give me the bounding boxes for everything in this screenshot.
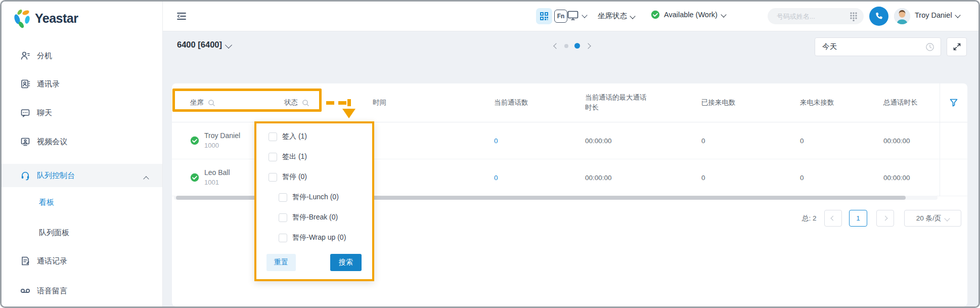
status-option-label: 签入 (1): [282, 132, 307, 141]
sidebar-item-call-logs[interactable]: 通话记录: [2, 250, 162, 272]
agent-status-label: 坐席状态: [598, 11, 627, 21]
status-option-label: 暂停-Lunch (0): [292, 193, 339, 202]
wallboard-carousel: [554, 43, 590, 49]
checkbox[interactable]: [269, 153, 277, 161]
yeastar-logo: Yeastar: [13, 8, 78, 29]
status-option[interactable]: 签入 (1): [256, 126, 372, 147]
sidebar-item-contacts[interactable]: 通讯录: [2, 73, 162, 95]
presence-status: Available (Work): [664, 11, 718, 19]
search-button[interactable]: 搜索: [330, 254, 362, 271]
status-sub-option[interactable]: 暂停-Lunch (0): [256, 187, 372, 207]
call-button[interactable]: [869, 7, 888, 26]
checkbox[interactable]: [269, 133, 277, 141]
sidebar-item-queue-console[interactable]: 队列控制台: [2, 164, 162, 187]
pagination-total: 总: 2: [802, 214, 817, 223]
checkbox[interactable]: [279, 234, 287, 242]
available-badge-icon: [190, 136, 199, 145]
column-header-agent: 坐席: [172, 98, 267, 107]
device-monitor-icon[interactable]: [567, 10, 587, 21]
status-option-label: 暂停 (0): [282, 172, 307, 182]
collapse-chevron-icon[interactable]: [144, 174, 148, 183]
status-sub-option[interactable]: 暂停-Wrap up (0): [256, 228, 372, 248]
carousel-dot[interactable]: [564, 44, 568, 48]
pagination-prev-button[interactable]: [824, 210, 842, 227]
date-filter-input[interactable]: 今天: [815, 37, 941, 56]
user-avatar[interactable]: [894, 8, 910, 24]
extension-icon: [20, 50, 31, 61]
fullscreen-button[interactable]: [947, 37, 967, 56]
voicemail-icon: [20, 285, 31, 296]
dropdown-actions: 重置 搜索: [256, 254, 372, 271]
answered-calls-cell: 0: [684, 137, 783, 145]
queue-selector[interactable]: 6400 [6400]: [177, 40, 231, 50]
sidebar-item-extensions[interactable]: 分机: [2, 45, 162, 67]
date-filter-value: 今天: [822, 42, 837, 52]
sidebar-item-voicemail[interactable]: 语音留言: [2, 280, 162, 302]
carousel-prev-icon[interactable]: [553, 43, 559, 49]
status-option-list: 签入 (1) 签出 (1) 暂停 (0) 暂停-Lunch (0) 暂停-Bre…: [256, 126, 372, 248]
expand-icon: [952, 42, 962, 52]
pagination-next-button[interactable]: [876, 210, 894, 227]
chevron-down-icon: [630, 13, 635, 19]
column-filter-button[interactable]: [940, 83, 967, 122]
function-keys-icon[interactable]: Fn: [554, 10, 567, 23]
dialpad-icon[interactable]: [850, 12, 858, 23]
agent-name: Leo Ball: [204, 167, 230, 178]
sidebar-item-label: 看板: [39, 198, 54, 207]
brand-name: Yeastar: [35, 11, 78, 26]
status-option-label: 暂停-Break (0): [292, 213, 338, 222]
main-content: 6400 [6400] 今天 坐席: [162, 31, 978, 306]
agent-status-menu[interactable]: 坐席状态: [598, 11, 635, 21]
queue-selector-label: 6400 [6400]: [177, 40, 222, 50]
clock-icon: [925, 42, 934, 52]
total-duration-cell: 00:00:00: [866, 137, 940, 145]
agent-extension: 1000: [204, 141, 240, 150]
column-header-answered: 已接来电数: [684, 98, 783, 107]
page-size-select[interactable]: 20 条/页: [904, 210, 961, 227]
carousel-dot-active[interactable]: [574, 43, 580, 49]
sidebar-fold-icon[interactable]: [176, 11, 187, 22]
column-header-current-calls: 当前通话数: [477, 98, 568, 107]
app-window: Yeastar 分机 通讯录 聊天: [0, 0, 980, 308]
sidebar-item-label: 视频会议: [37, 137, 67, 147]
row-actions-cell: [940, 122, 967, 159]
checkbox[interactable]: [279, 193, 287, 202]
dial-search-input[interactable]: [776, 12, 843, 21]
status-option[interactable]: 签出 (1): [256, 147, 372, 167]
status-option[interactable]: 暂停 (0): [256, 167, 372, 187]
checkbox[interactable]: [269, 173, 277, 182]
search-icon[interactable]: [302, 99, 309, 107]
max-duration-cell: 00:00:00: [568, 174, 684, 182]
user-menu[interactable]: Troy Daniel: [915, 11, 960, 19]
status-filter-dropdown: 签入 (1) 签出 (1) 暂停 (0) 暂停-Lunch (0) 暂停-Bre…: [254, 121, 374, 281]
video-conference-icon: [20, 136, 31, 147]
sidebar-item-label: 聊天: [37, 108, 52, 118]
sidebar-item-wallboard[interactable]: 看板: [2, 191, 162, 213]
total-duration-cell: 00:00:00: [866, 174, 940, 182]
sidebar-item-video-conference[interactable]: 视频会议: [2, 130, 162, 153]
available-badge-icon: [651, 10, 660, 19]
pagination-page-button[interactable]: 1: [849, 210, 867, 227]
annotation-dash: [326, 101, 334, 105]
chevron-down-icon: [955, 12, 960, 18]
column-header-max-duration: 当前通话的最大通话时长: [568, 93, 684, 112]
status-sub-option[interactable]: 暂停-Break (0): [256, 207, 372, 228]
column-header-total-duration: 总通话时长: [866, 98, 940, 107]
sidebar-item-queue-panel[interactable]: 队列面板: [2, 222, 162, 244]
page-size-value: 20 条/页: [916, 214, 942, 223]
current-calls-link[interactable]: 0: [477, 174, 568, 182]
carousel-next-icon[interactable]: [585, 43, 591, 49]
reset-button[interactable]: 重置: [266, 254, 296, 271]
sidebar-item-label: 通话记录: [37, 256, 67, 266]
column-header-missed: 来电未接数: [783, 98, 866, 107]
qr-code-icon[interactable]: [536, 8, 552, 24]
current-calls-link[interactable]: 0: [477, 137, 568, 145]
checkbox[interactable]: [279, 213, 287, 222]
sidebar: Yeastar 分机 通讯录 聊天: [2, 2, 163, 306]
search-icon[interactable]: [208, 99, 215, 107]
status-option-label: 暂停-Wrap up (0): [292, 233, 346, 242]
sidebar-item-chat[interactable]: 聊天: [2, 102, 162, 124]
sidebar-item-label: 队列控制台: [37, 171, 75, 181]
presence-menu[interactable]: Available (Work): [651, 10, 726, 19]
sidebar-item-label: 队列面板: [39, 228, 69, 238]
